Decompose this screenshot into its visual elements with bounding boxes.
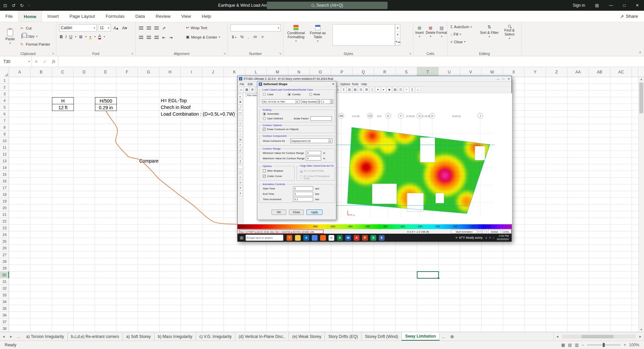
normal-view-icon[interactable]: ▦ <box>561 343 565 347</box>
column-header-AB[interactable]: AB <box>589 67 610 77</box>
alignment-dialog-launcher-icon[interactable]: ↘ <box>222 51 227 55</box>
horizontal-scroll-track[interactable] <box>562 335 636 339</box>
autosum-button[interactable]: ΣAutoSum▾ <box>450 25 472 29</box>
increase-decimal-icon[interactable]: .00 <box>253 35 257 39</box>
column-header-Y[interactable]: Y <box>525 67 546 77</box>
draw-contours-checkbox[interactable]: ✓ <box>263 128 266 131</box>
column-header-Z[interactable]: Z <box>546 67 567 77</box>
number-dialog-launcher-icon[interactable]: ↘ <box>278 51 282 55</box>
etabs-toolbar-icon[interactable]: ⊟ <box>358 87 363 92</box>
column-header-E[interactable]: E <box>95 67 116 77</box>
etabs-toolbar-icon[interactable]: ⊠ <box>364 87 369 92</box>
etabs-side-toolbar-icon[interactable]: ▱ <box>238 175 243 179</box>
column-header-partial[interactable] <box>632 67 638 77</box>
format-cells-button[interactable]: ▤ Format ▾ <box>436 25 447 38</box>
comma-style-icon[interactable]: , <box>248 35 249 39</box>
ok-button[interactable]: OK <box>271 210 286 215</box>
horizontal-scroll-thumb[interactable] <box>582 335 613 338</box>
cell-styles-gallery[interactable] <box>333 24 395 46</box>
dialog-title-bar[interactable]: E Deformed Shape ✕ <box>257 81 336 87</box>
radio-combo[interactable] <box>288 93 291 96</box>
paste-button[interactable]: Paste ▾ <box>3 23 17 50</box>
format-painter-button[interactable]: ✎Format Painter <box>19 40 50 48</box>
align-middle-icon[interactable] <box>147 26 151 30</box>
cell-H6[interactable]: Load Combination : (D+0.5L+0.7W) <box>159 111 235 117</box>
wrap-text-button[interactable]: ↩ Wrap Text <box>186 25 207 30</box>
maximize-icon[interactable]: □ <box>618 0 631 11</box>
sheet-tab-a-torsion-irregularity[interactable]: a) Torsion Irregularity <box>23 332 68 341</box>
insert-function-icon[interactable]: fx <box>49 56 58 67</box>
sheet-tab-sway-limitation[interactable]: Sway Limitation <box>402 332 439 341</box>
start-time-input[interactable]: 0 <box>293 186 313 191</box>
column-header-C[interactable]: C <box>52 67 73 77</box>
styles-dialog-launcher-icon[interactable]: ↘ <box>408 51 412 55</box>
contour-component-select[interactable]: Displacement UZ▾ <box>290 138 333 143</box>
column-header-B[interactable]: B <box>31 67 52 77</box>
borders-icon[interactable]: ⊞ <box>79 34 83 39</box>
radio-automatic[interactable] <box>263 112 266 115</box>
close-button[interactable]: Close <box>289 210 304 215</box>
ribbon-tab-view[interactable]: View <box>176 11 196 22</box>
time-increment-input[interactable]: 0.1 <box>293 197 313 201</box>
cell-E4[interactable]: H/500 <box>95 97 117 104</box>
max-contour-input[interactable]: 0 <box>306 156 321 161</box>
sheet-tab-e-weak-storey[interactable]: (e) Weak Storey <box>289 332 325 341</box>
decrease-decimal-icon[interactable]: .0 <box>261 35 264 39</box>
column-header-F[interactable]: F <box>116 67 138 77</box>
etabs-toolbar-icon[interactable]: ≈ <box>404 87 409 92</box>
file-explorer-icon[interactable] <box>295 235 301 241</box>
column-header-H[interactable]: H <box>159 67 181 77</box>
etabs-side-toolbar-icon[interactable]: □ <box>238 116 243 120</box>
more-sheets-right[interactable]: ... <box>440 332 448 341</box>
etabs-toolbar-icon[interactable]: ⊥ <box>415 87 420 92</box>
align-left-icon[interactable] <box>139 36 143 39</box>
undo-icon[interactable]: ↺ <box>12 3 15 8</box>
edge-icon[interactable]: e <box>303 235 309 241</box>
vertical-scroll-thumb[interactable] <box>639 82 643 113</box>
column-header-G[interactable]: G <box>138 67 159 77</box>
cell-E5[interactable]: 0.29 in <box>95 104 117 111</box>
cell-C4[interactable]: H <box>52 97 74 104</box>
apply-button[interactable]: Apply <box>306 210 323 215</box>
load-combination-select[interactable]: W1: D+0.5L+0.7Wx▾ <box>262 99 300 104</box>
cell-H5[interactable]: Chech in Roof <box>159 104 191 111</box>
new-sheet-button[interactable]: ⊕ <box>448 332 457 341</box>
etabs-icon[interactable]: E <box>379 235 385 241</box>
etabs-side-toolbar-icon[interactable]: ⌒ <box>238 164 243 169</box>
min-contour-input[interactable]: 0 <box>306 151 321 155</box>
step-number-spinner[interactable]: 1▴▾ <box>321 99 333 104</box>
etabs-toolbar-icon[interactable]: ▦ <box>244 87 249 92</box>
etabs-toolbar-icon[interactable]: ∥ <box>409 87 415 92</box>
firefox-icon[interactable] <box>320 235 326 241</box>
etabs-menu-tools[interactable]: Tools <box>352 82 358 86</box>
zoom-level[interactable]: 100% <box>629 343 639 347</box>
google-icon[interactable]: G <box>329 235 334 241</box>
share-button[interactable]: ↗ Share <box>614 11 644 22</box>
powerpoint-icon[interactable]: P <box>362 235 368 241</box>
italic-icon[interactable]: I <box>65 35 66 39</box>
page-break-view-icon[interactable]: ▥ <box>575 343 579 347</box>
font-family-select[interactable]: Calibri▾ <box>59 24 97 32</box>
radio-hinge-bcde[interactable] <box>300 170 303 173</box>
etabs-toolbar-icon[interactable]: ▥ <box>347 87 352 92</box>
ribbon-tab-insert[interactable]: Insert <box>42 11 64 22</box>
radio-hinge-io[interactable] <box>300 175 303 178</box>
more-sheets-left[interactable]: ... <box>15 332 23 341</box>
etabs-menu-file[interactable]: File <box>240 82 244 86</box>
column-header-D[interactable]: D <box>73 67 95 77</box>
excel-icon[interactable]: X <box>337 235 343 241</box>
spinner-arrows-icon[interactable]: ▴▾ <box>330 100 333 104</box>
gallery-up-icon[interactable]: ▲ <box>395 24 400 32</box>
cell-H4[interactable]: H= EGL-Top <box>159 97 187 104</box>
sheet-tab-c-v-g-irregularity[interactable]: c) V.G. Irregularity <box>196 332 235 341</box>
etabs-toolbar-icon[interactable]: ▨ <box>392 87 398 92</box>
save-icon[interactable]: ⊡ <box>3 3 7 8</box>
minimize-icon[interactable]: — <box>604 0 618 11</box>
font-dialog-launcher-icon[interactable]: ↘ <box>130 51 134 55</box>
vertical-scrollbar[interactable]: ▲ ▼ <box>638 77 644 332</box>
ribbon-tab-home[interactable]: Home <box>18 11 42 22</box>
formula-input[interactable] <box>58 56 644 67</box>
acrobat-icon[interactable]: A <box>354 235 359 241</box>
etabs-side-toolbar-icon[interactable]: ∥ <box>238 159 243 163</box>
bold-icon[interactable]: B <box>60 35 63 39</box>
